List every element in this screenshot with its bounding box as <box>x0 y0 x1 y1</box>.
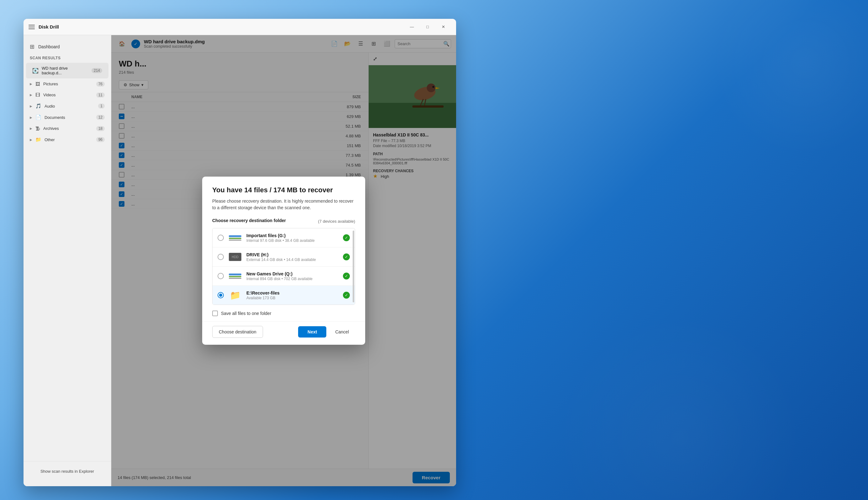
sidebar-item-archives[interactable]: ▶ 🗜 Archives 18 <box>24 123 111 134</box>
chevron-right-icon: ▶ <box>30 116 32 119</box>
sidebar: ⊞ Dashboard Scan results 💽 WD hard drive… <box>24 35 111 486</box>
device-radio[interactable] <box>218 254 224 260</box>
drive-name: WD hard drive backup.d... <box>42 66 89 75</box>
sidebar-item-videos[interactable]: ▶ 🎞 Videos 11 <box>24 89 111 100</box>
cat-count: 96 <box>96 137 105 142</box>
close-button[interactable]: ✕ <box>435 21 451 33</box>
device-item-drive-h[interactable]: HDD DRIVE (H:) External 14.4 GB disk • 1… <box>212 248 355 266</box>
documents-icon: 📄 <box>35 114 42 120</box>
chevron-right-icon: ▶ <box>30 138 32 141</box>
device-details: Available 173 GB <box>246 296 339 300</box>
chevron-right-icon: ▶ <box>30 93 32 96</box>
archives-icon: 🗜 <box>35 126 40 131</box>
menu-icon[interactable] <box>28 24 35 30</box>
other-icon: 📁 <box>35 137 42 143</box>
cat-label: Pictures <box>43 81 93 86</box>
next-button[interactable]: Next <box>298 326 326 338</box>
dashboard-icon: ⊞ <box>30 43 35 50</box>
cat-count: 76 <box>96 81 105 87</box>
cat-label: Videos <box>43 92 93 97</box>
device-radio[interactable] <box>218 273 224 279</box>
pictures-icon: 🖼 <box>35 81 40 87</box>
scan-results-label: Scan results <box>24 53 111 63</box>
device-radio[interactable] <box>218 235 224 241</box>
main-content: 🏠 ✓ WD hard drive backup.dmg Scan comple… <box>111 35 456 486</box>
device-list: Important files (G:) Internal 97.6 GB di… <box>212 228 355 305</box>
cat-count: 18 <box>96 126 105 131</box>
modal-section-row: Choose recovery destination folder (7 de… <box>212 218 355 224</box>
device-name: DRIVE (H:) <box>246 252 339 257</box>
app-body: ⊞ Dashboard Scan results 💽 WD hard drive… <box>24 35 456 486</box>
choose-destination-button[interactable]: Choose destination <box>212 326 263 338</box>
sidebar-dashboard[interactable]: ⊞ Dashboard <box>24 40 111 53</box>
cancel-button[interactable]: Cancel <box>329 326 355 338</box>
device-ok-icon: ✓ <box>343 292 350 299</box>
device-details: Internal 97.6 GB disk • 38.4 GB availabl… <box>246 238 339 243</box>
recovery-modal: You have 14 files / 174 MB to recover Pl… <box>202 177 365 345</box>
sidebar-item-pictures[interactable]: ▶ 🖼 Pictures 76 <box>24 78 111 89</box>
modal-footer: Choose destination Next Cancel <box>202 321 365 345</box>
app-title: Disk Drill <box>38 24 59 30</box>
device-item-new-games[interactable]: New Games Drive (Q:) Internal 894 GB dis… <box>212 266 355 286</box>
save-all-checkbox[interactable] <box>212 310 218 316</box>
cat-count: 11 <box>96 92 105 98</box>
modal-overlay: You have 14 files / 174 MB to recover Pl… <box>111 35 456 486</box>
device-ok-icon: ✓ <box>343 273 350 280</box>
dashboard-label: Dashboard <box>38 44 60 49</box>
modal-title: You have 14 files / 174 MB to recover <box>212 186 355 194</box>
device-ok-icon: ✓ <box>343 253 350 260</box>
chevron-right-icon: ▶ <box>30 127 32 130</box>
save-all-row: Save all files to one folder <box>202 305 365 321</box>
sidebar-item-audio[interactable]: ▶ 🎵 Audio 1 <box>24 100 111 112</box>
device-info: Important files (G:) Internal 97.6 GB di… <box>246 233 339 243</box>
device-list-wrap: Important files (G:) Internal 97.6 GB di… <box>212 228 355 305</box>
drive-icon: 💽 <box>32 68 38 74</box>
device-icon-wrap: HDD <box>228 252 242 262</box>
sidebar-item-documents[interactable]: ▶ 📄 Documents 12 <box>24 112 111 123</box>
devices-count: (7 devices available) <box>318 219 355 224</box>
audio-icon: 🎵 <box>35 103 42 109</box>
device-icon-wrap <box>228 271 242 281</box>
device-info: New Games Drive (Q:) Internal 894 GB dis… <box>246 271 339 281</box>
scrollbar[interactable] <box>353 230 354 303</box>
sidebar-item-other[interactable]: ▶ 📁 Other 96 <box>24 134 111 145</box>
app-window: Disk Drill — □ ✕ ⊞ Dashboard Scan result… <box>24 19 456 486</box>
cat-label: Other <box>45 137 93 142</box>
videos-icon: 🎞 <box>35 92 40 98</box>
cat-count: 12 <box>96 115 105 120</box>
modal-body: You have 14 files / 174 MB to recover Pl… <box>202 177 365 305</box>
device-item-important-files[interactable]: Important files (G:) Internal 97.6 GB di… <box>212 228 355 248</box>
minimize-button[interactable]: — <box>404 21 420 33</box>
device-ok-icon: ✓ <box>343 234 350 241</box>
drive-count: 214 <box>92 68 102 73</box>
device-name: Important files (G:) <box>246 233 339 238</box>
cat-count: 1 <box>98 103 105 109</box>
modal-description: Please choose recovery destination. It i… <box>212 198 355 211</box>
internal-drive-icon <box>229 274 242 279</box>
window-controls: — □ ✕ <box>404 21 451 33</box>
cat-label: Audio <box>45 104 95 109</box>
chevron-right-icon: ▶ <box>30 104 32 108</box>
device-name: New Games Drive (Q:) <box>246 271 339 276</box>
device-info: DRIVE (H:) External 14.4 GB disk • 14.4 … <box>246 252 339 262</box>
sidebar-bottom: Show scan results in Explorer <box>24 461 111 481</box>
sidebar-drive-item[interactable]: 💽 WD hard drive backup.d... 214 <box>26 63 108 78</box>
device-details: External 14.4 GB disk • 14.4 GB availabl… <box>246 258 339 262</box>
device-icon-wrap <box>228 233 242 243</box>
maximize-button[interactable]: □ <box>420 21 435 33</box>
cat-label: Documents <box>45 115 93 120</box>
modal-footer-right: Next Cancel <box>298 326 355 338</box>
device-details: Internal 894 GB disk • 702 GB available <box>246 277 339 281</box>
external-drive-icon: HDD <box>229 253 242 261</box>
device-radio-selected[interactable] <box>218 292 224 298</box>
destination-section-label: Choose recovery destination folder <box>212 218 286 223</box>
device-info: E:\Recover-files Available 173 GB <box>246 291 339 300</box>
show-explorer-button[interactable]: Show scan results in Explorer <box>28 466 106 477</box>
title-bar: Disk Drill — □ ✕ <box>24 19 456 35</box>
chevron-right-icon: ▶ <box>30 82 32 86</box>
save-all-label: Save all files to one folder <box>221 311 271 316</box>
device-name: E:\Recover-files <box>246 291 339 295</box>
device-icon-wrap: 📁 <box>228 290 242 300</box>
folder-icon: 📁 <box>230 290 241 300</box>
device-item-recover-files[interactable]: 📁 E:\Recover-files Available 173 GB ✓ <box>212 286 355 305</box>
